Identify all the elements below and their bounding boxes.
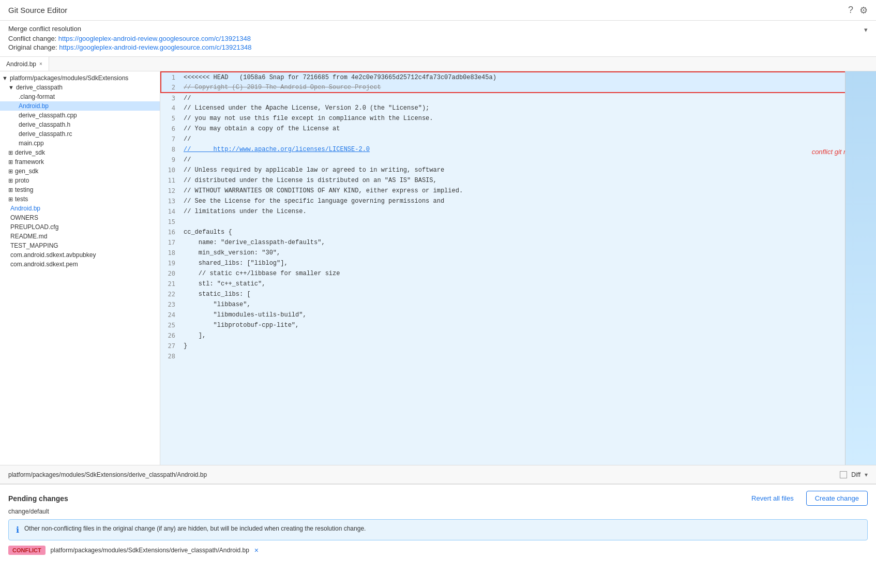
line-code: stl: "c++_static",: [182, 279, 875, 289]
conflict-badge: CONFLICT: [8, 546, 46, 555]
line-number: 13: [161, 196, 182, 206]
line-number: 12: [161, 186, 182, 196]
tree-item-avbpubkey[interactable]: com.android.sdkext.avbpubkey: [0, 250, 160, 260]
table-row: 1<<<<<<< HEAD (1058a6 Snap for 7216685 f…: [161, 72, 875, 82]
table-row: 8// http://www.apache.org/licenses/LICEN…: [161, 144, 875, 155]
diff-label: Diff: [851, 471, 860, 478]
table-row: 24 "libmodules-utils-build",: [161, 310, 875, 320]
info-box: ℹ Other non-conflicting files in the ori…: [8, 519, 868, 540]
line-code: //: [182, 155, 875, 165]
folder-closed-icon: ⊞: [8, 168, 13, 175]
table-row: 10// Unless required by applicable law o…: [161, 165, 875, 175]
line-code: //: [182, 93, 875, 103]
line-code: // you may not use this file except in c…: [182, 113, 875, 124]
line-code: // You may obtain a copy of the License …: [182, 124, 875, 134]
tree-item-pem[interactable]: com.android.sdkext.pem: [0, 260, 160, 269]
info-text: Other non-conflicting files in the origi…: [24, 525, 366, 532]
table-row: 15: [161, 217, 875, 227]
tree-item-readme[interactable]: README.md: [0, 232, 160, 241]
app-title: Git Source Editor: [8, 6, 67, 14]
tree-item-label: .clang-format: [19, 93, 55, 100]
tree-item-derive-classpath-cpp[interactable]: derive_classpath.cpp: [0, 111, 160, 120]
conflict-info-panel: Merge conflict resolution ▾ Conflict cha…: [0, 21, 876, 57]
line-code: // See the License for the specific lang…: [182, 196, 875, 206]
conflict-close-icon[interactable]: ×: [254, 546, 259, 554]
line-code: "libmodules-utils-build",: [182, 310, 875, 320]
tab-close-icon[interactable]: ×: [39, 61, 42, 67]
tree-item-test-mapping[interactable]: TEST_MAPPING: [0, 241, 160, 250]
line-number: 19: [161, 258, 182, 268]
tree-item-proto[interactable]: ⊞ proto: [0, 176, 160, 185]
table-row: 13// See the License for the specific la…: [161, 196, 875, 206]
tree-root[interactable]: ▼ platform/packages/modules/SdkExtension…: [0, 73, 160, 83]
tree-item-clang-format[interactable]: .clang-format: [0, 92, 160, 101]
tree-item-gen-sdk[interactable]: ⊞ gen_sdk: [0, 167, 160, 176]
tree-item-label: derive_classpath: [16, 84, 63, 91]
file-tab-android-bp[interactable]: Android.bp ×: [0, 57, 49, 71]
line-code: [182, 217, 875, 227]
settings-icon[interactable]: ⚙: [859, 5, 868, 16]
editor-area: ▼ platform/packages/modules/SdkExtension…: [0, 71, 876, 465]
line-number: 10: [161, 165, 182, 175]
line-number: 18: [161, 248, 182, 258]
tree-item-preupload[interactable]: PREUPLOAD.cfg: [0, 222, 160, 232]
tree-item-owners[interactable]: OWNERS: [0, 213, 160, 222]
folder-closed-icon: ⊞: [8, 159, 13, 165]
revert-all-button[interactable]: Revert all files: [745, 491, 800, 505]
folder-closed-icon: ⊞: [8, 149, 13, 156]
table-row: 7//: [161, 134, 875, 144]
tree-item-label: OWNERS: [10, 214, 38, 221]
tree-item-android-bp-root[interactable]: Android.bp: [0, 204, 160, 213]
tree-item-testing[interactable]: ⊞ testing: [0, 185, 160, 194]
table-row: 23 "libbase",: [161, 299, 875, 310]
status-bar: platform/packages/modules/SdkExtensions/…: [0, 465, 876, 484]
conflict-change-row: Conflict change: https://googleplex-andr…: [8, 35, 868, 42]
diff-checkbox[interactable]: [840, 471, 847, 478]
tree-item-label: testing: [15, 186, 33, 193]
tree-item-derive-classpath[interactable]: ▼ derive_classpath: [0, 83, 160, 92]
code-table: 1<<<<<<< HEAD (1058a6 Snap for 7216685 f…: [160, 71, 876, 361]
tree-item-derive-classpath-rc[interactable]: derive_classpath.rc: [0, 129, 160, 139]
line-number: 11: [161, 175, 182, 186]
table-row: 22 static_libs: [: [161, 289, 875, 299]
line-code: [182, 351, 875, 361]
line-code: ],: [182, 330, 875, 341]
code-link[interactable]: // http://www.apache.org/licenses/LICENS…: [184, 146, 370, 153]
tree-item-tests[interactable]: ⊞ tests: [0, 194, 160, 204]
tree-item-main-cpp[interactable]: main.cpp: [0, 139, 160, 148]
help-icon[interactable]: ?: [848, 5, 853, 16]
table-row: 3//: [161, 93, 875, 103]
line-number: 3: [161, 93, 182, 103]
original-url-link[interactable]: https://googleplex-android-review.google…: [59, 43, 251, 51]
header-icons: ? ⚙: [848, 5, 868, 16]
conflict-label: Conflict change:: [8, 35, 56, 42]
line-code: <<<<<<< HEAD (1058a6 Snap for 7216685 fr…: [182, 72, 875, 82]
line-code: //: [182, 134, 875, 144]
create-change-button[interactable]: Create change: [806, 491, 868, 506]
line-code: }: [182, 341, 875, 351]
line-code: static_libs: [: [182, 289, 875, 299]
change-label: change/default: [8, 508, 868, 515]
tree-item-android-bp-selected[interactable]: Android.bp: [0, 101, 160, 111]
diff-dropdown-icon[interactable]: ▾: [865, 471, 868, 478]
conflict-info-title: Merge conflict resolution ▾: [8, 25, 868, 33]
tree-item-derive-classpath-h[interactable]: derive_classpath.h: [0, 120, 160, 129]
table-row: 28: [161, 351, 875, 361]
dropdown-arrow-icon[interactable]: ▾: [864, 26, 868, 34]
file-path-label: platform/packages/modules/SdkExtensions/…: [8, 471, 207, 478]
code-editor[interactable]: conflict git markers 1<<<<<<< HEAD (1058…: [160, 71, 876, 465]
table-row: 9//: [161, 155, 875, 165]
line-number: 22: [161, 289, 182, 299]
table-row: 12// WITHOUT WARRANTIES OR CONDITIONS OF…: [161, 186, 875, 196]
line-number: 16: [161, 227, 182, 237]
conflict-url-link[interactable]: https://googleplex-android-review.google…: [58, 35, 251, 42]
pending-footer: Pending changes Revert all files Create …: [0, 484, 876, 561]
line-number: 6: [161, 124, 182, 134]
line-number: 25: [161, 320, 182, 330]
line-code: // WITHOUT WARRANTIES OR CONDITIONS OF A…: [182, 186, 875, 196]
line-number: 28: [161, 351, 182, 361]
line-number: 20: [161, 268, 182, 279]
tree-item-derive-sdk[interactable]: ⊞ derive_sdk: [0, 148, 160, 157]
tree-item-label: com.android.sdkext.avbpubkey: [10, 251, 96, 259]
tree-item-framework[interactable]: ⊞ framework: [0, 157, 160, 167]
